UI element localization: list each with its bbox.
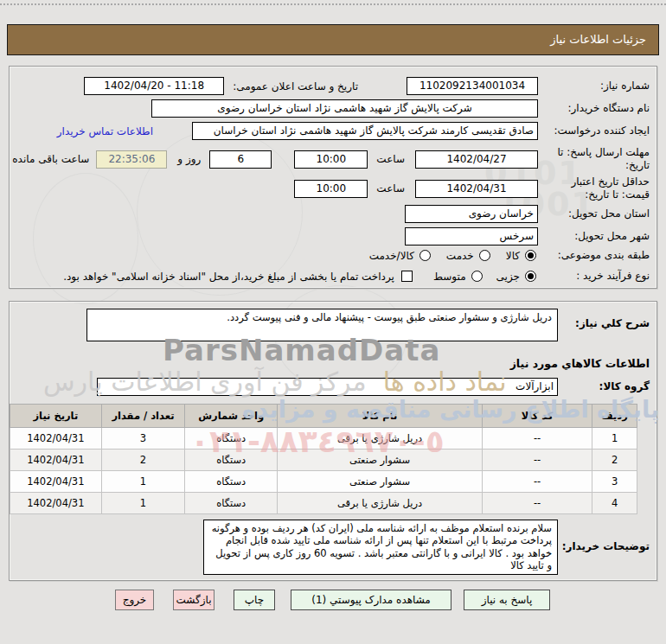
table-row: 2--سشوار صنعتیدستگاه21402/04/31 xyxy=(10,450,637,471)
price-validity-date-input[interactable]: 1402/04/31 xyxy=(415,180,538,198)
group-row: گروه کالا: ابزارآلات xyxy=(16,378,650,396)
need-details-page: { "colors":{ "titlebar_bg":"#8d6e44","li… xyxy=(0,0,666,644)
treasury-payment-checkbox[interactable] xyxy=(401,271,413,282)
category-goods-service-option-label: کالا/خدمت xyxy=(369,250,414,262)
buyer-notes-textarea[interactable]: سلام برنده استعلام موظف به ارائه شناسه م… xyxy=(203,520,558,575)
col-row-number: ردیف xyxy=(592,405,637,428)
table-row: 3--سشوار صنعتیدستگاه11402/04/31 xyxy=(10,471,637,493)
col-item-name: نام کالا xyxy=(278,405,483,428)
announce-label: تاریخ و ساعت اعلان عمومی: xyxy=(233,80,358,92)
table-cell: 1 xyxy=(101,493,185,514)
buyer-contact-link[interactable]: اطلاعات تماس خریدار xyxy=(57,125,153,137)
table-cell: 1402/04/31 xyxy=(10,493,102,514)
print-button[interactable]: چاپ xyxy=(234,590,275,610)
remaining-time-badge: 22:35:06 xyxy=(96,150,167,169)
deadline-date-input[interactable]: 1402/04/27 xyxy=(415,150,538,169)
city-input[interactable]: سرخس xyxy=(405,227,538,245)
table-cell: دریل شارژی یا برقی xyxy=(278,428,483,450)
remaining-days-input[interactable]: 6 xyxy=(209,150,272,169)
goods-table: ردیف کد کالا نام کالا واحد شمارش تعداد /… xyxy=(10,404,637,514)
goods-table-head: ردیف کد کالا نام کالا واحد شمارش تعداد /… xyxy=(10,405,637,428)
table-cell: 3 xyxy=(101,428,185,450)
requester-label: ایجاد کننده درخواست: xyxy=(541,124,650,137)
price-validity-row: حداقل تاریخ اعتبار قیمت: تا تاریخ: 1402/… xyxy=(16,175,650,201)
goods-table-body: 1--دریل شارژی یا برقیدستگاه31402/04/312-… xyxy=(10,428,637,514)
process-minor-radio[interactable] xyxy=(525,271,536,282)
table-cell: 1402/04/31 xyxy=(10,471,102,493)
col-unit: واحد شمارش xyxy=(185,405,278,428)
deadline-hour-label: ساعت xyxy=(376,153,405,165)
category-label: طبقه بندی موضوعی: xyxy=(541,249,650,262)
requester-input[interactable]: صادق تقدیسی کارمند شرکت پالایش گاز شهید … xyxy=(192,122,538,140)
group-input[interactable]: ابزارآلات xyxy=(97,378,558,396)
need-desc-textarea[interactable]: دریل شارژی و سشوار صنعتی طبق پیوست - پیش… xyxy=(86,309,558,341)
table-cell: -- xyxy=(483,493,592,514)
back-button[interactable]: بازگشت xyxy=(173,590,215,610)
table-cell: 1402/04/31 xyxy=(10,450,102,471)
table-cell: 2 xyxy=(592,450,637,471)
days-and-label: روز و xyxy=(177,153,201,165)
category-service-option-label: خدمت xyxy=(446,250,474,262)
table-cell: سشوار صنعتی xyxy=(278,450,483,471)
price-validity-hour-label: ساعت xyxy=(376,182,405,194)
process-row: نوع فرآیند خرید : جزیی متوسط پرداخت تمام… xyxy=(16,270,650,283)
top-dotted-divider xyxy=(0,3,666,5)
need-desc-label: شرح کلي نیاز: xyxy=(561,309,650,330)
general-info-panel: شماره نیاز: 1102092134001034 تاریخ و ساع… xyxy=(9,66,657,289)
table-row: 4--دریل شارژی یا برقیدستگاه11402/04/31 xyxy=(10,493,637,514)
group-label: گروه کالا: xyxy=(561,380,650,393)
need-desc-row: شرح کلي نیاز: دریل شارژی و سشوار صنعتی ط… xyxy=(16,309,650,341)
deadline-time-input[interactable]: 10:00 xyxy=(294,150,368,169)
goods-info-panel: شرح کلي نیاز: دریل شارژی و سشوار صنعتی ط… xyxy=(9,301,657,581)
exit-button[interactable]: خروج xyxy=(115,590,154,610)
category-goods-service-radio[interactable] xyxy=(419,250,431,261)
buyer-notes-row: توضیحات خریدار: سلام برنده استعلام موظف … xyxy=(16,520,650,575)
price-validity-time-input[interactable]: 10:00 xyxy=(294,180,368,198)
need-number-input[interactable]: 1102092134001034 xyxy=(407,77,538,95)
table-cell: دستگاه xyxy=(185,450,278,471)
table-cell: سشوار صنعتی xyxy=(278,471,483,493)
buyer-org-input[interactable]: شرکت پالایش گاز شهید هاشمی نژاد استان خر… xyxy=(151,99,538,118)
table-cell: -- xyxy=(483,428,592,450)
table-cell: 1 xyxy=(101,471,185,493)
buyer-org-label: نام دستگاه خریدار: xyxy=(541,102,650,115)
province-label: استان محل تحویل: xyxy=(541,207,650,220)
category-goods-radio[interactable] xyxy=(525,250,536,261)
deadline-row: مهلت ارسال پاسخ: تا تاریخ: 1402/04/27 سا… xyxy=(16,146,650,172)
table-cell: دریل شارژی یا برقی xyxy=(278,493,483,514)
treasury-payment-label: پرداخت تمام یا بخشی از مبلغ خرید،از محل … xyxy=(63,271,394,283)
requester-row: ایجاد کننده درخواست: صادق تقدیسی کارمند … xyxy=(16,122,650,140)
table-cell: -- xyxy=(483,450,592,471)
table-cell: دستگاه xyxy=(185,471,278,493)
table-cell: دستگاه xyxy=(185,493,278,514)
view-attachments-button[interactable]: مشاهده مدارک پیوستي (1) xyxy=(291,590,451,610)
table-cell: 1402/04/31 xyxy=(10,428,102,450)
price-validity-label: حداقل تاریخ اعتبار قیمت: تا تاریخ: xyxy=(541,175,650,201)
need-number-label: شماره نیاز: xyxy=(541,80,650,92)
table-cell: 1 xyxy=(592,428,637,450)
province-row: استان محل تحویل: خراسان رضوی xyxy=(16,205,650,223)
col-quantity: تعداد / مقدار xyxy=(101,405,185,428)
announce-datetime-input[interactable]: 1402/04/20 - 11:18 xyxy=(84,77,224,95)
category-service-radio[interactable] xyxy=(479,250,490,261)
need-number-row: شماره نیاز: 1102092134001034 تاریخ و ساع… xyxy=(16,77,650,95)
category-goods-option-label: کالا xyxy=(506,250,520,262)
category-row: طبقه بندی موضوعی: کالا خدمت کالا/خدمت xyxy=(16,249,650,262)
bottom-button-row: پاسخ به نیاز مشاهده مدارک پیوستي (1) چاپ… xyxy=(115,590,550,610)
buyer-org-row: نام دستگاه خریدار: شرکت پالایش گاز شهید … xyxy=(16,99,650,118)
process-medium-radio[interactable] xyxy=(471,271,483,282)
table-cell: 2 xyxy=(101,450,185,471)
goods-section-heading: اطلاعات کالاهاي مورد نیاز xyxy=(510,357,650,370)
process-label: نوع فرآیند خرید : xyxy=(541,270,650,283)
process-minor-option-label: جزیی xyxy=(496,271,520,283)
respond-button[interactable]: پاسخ به نیاز xyxy=(464,590,550,610)
table-cell: 4 xyxy=(592,493,637,514)
page-title: جزئیات اطلاعات نیاز xyxy=(7,24,659,55)
col-item-code: کد کالا xyxy=(483,405,592,428)
process-medium-option-label: متوسط xyxy=(433,271,466,283)
remaining-hours-label: ساعت باقی مانده xyxy=(12,153,89,165)
buyer-notes-label: توضیحات خریدار: xyxy=(561,520,650,553)
province-input[interactable]: خراسان رضوی xyxy=(405,205,538,223)
table-cell: 3 xyxy=(592,471,637,493)
city-label: شهر محل تحویل: xyxy=(541,230,650,243)
